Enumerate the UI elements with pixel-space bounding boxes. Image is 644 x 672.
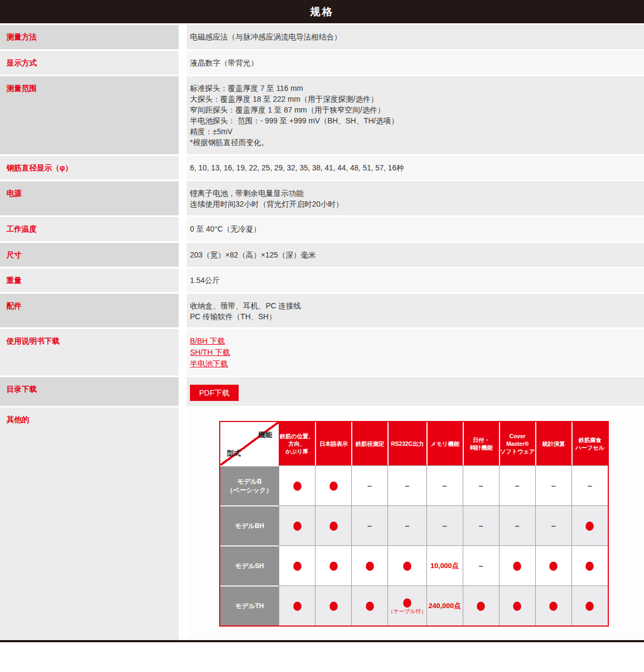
- spec-value-line: 锂离子电池，带剩余电量显示功能: [190, 188, 638, 199]
- spec-row-label: 其他的: [0, 407, 179, 640]
- spec-row-label: 测量范围: [0, 76, 179, 154]
- download-link[interactable]: B/BH 下载: [190, 335, 225, 347]
- feature-cell: [279, 545, 315, 585]
- model-row-label: モデルTH: [220, 585, 279, 625]
- feature-cell: （ケーブル付）: [387, 585, 426, 625]
- feature-cell: 240,000点: [426, 585, 463, 625]
- spec-value-line: 连续使用时间32小时（背光灯开启时20小时）: [190, 199, 638, 209]
- matrix-row: モデルBH––––––: [220, 505, 608, 545]
- feature-column-header: 統計演算: [535, 422, 571, 465]
- download-link[interactable]: SH/TH 下载: [190, 347, 230, 358]
- spec-page: 规格 测量方法电磁感应法（与脉冲感应涡流电导法相结合）显示方式液晶数字（带背光）…: [0, 0, 644, 642]
- feature-dot-icon: [403, 598, 411, 608]
- spec-value-line: 液晶数字（带背光）: [190, 57, 638, 68]
- feature-cell: [571, 585, 608, 625]
- spec-value-line: 电磁感应法（与脉冲感应涡流电导法相结合）: [190, 31, 638, 42]
- feature-column-header: Cover Master®ソフトウェア: [499, 422, 535, 465]
- feature-dot-icon: [549, 562, 557, 571]
- page-title: 规格: [310, 5, 334, 19]
- feature-dot-icon: [513, 602, 521, 611]
- feature-cell: –: [499, 465, 535, 505]
- spec-row: 钢筋直径显示（φ）6, 10, 13, 16, 19, 22, 25, 29, …: [0, 156, 644, 180]
- feature-dot-icon: [293, 482, 301, 491]
- pdf-download-button[interactable]: PDF下载: [190, 385, 239, 401]
- spec-row-value: B/BH 下载SH/TH 下载半电池下载: [187, 329, 644, 375]
- feature-cell: [387, 545, 426, 585]
- spec-row-label: 使用说明书下载: [0, 329, 179, 375]
- model-row-label: モデルB（ベーシック）: [220, 465, 279, 505]
- feature-cell: [279, 465, 315, 505]
- feature-column-header: 日本語表示: [315, 422, 351, 465]
- spec-row: 使用说明书下载B/BH 下载SH/TH 下载半电池下载: [0, 329, 644, 375]
- spec-row-value: 收纳盒、颈带、耳机、PC 连接线PC 传输软件（TH、SH）: [187, 294, 644, 327]
- feature-cell: 10,000点: [426, 545, 463, 585]
- feature-dash: –: [405, 521, 409, 530]
- feature-cell-value: 10,000点: [430, 562, 459, 570]
- feature-cell: –: [387, 505, 426, 545]
- spec-row: 测量范围标准探头：覆盖厚度 7 至 116 mm大探头：覆盖厚度 18 至 22…: [0, 76, 644, 154]
- spec-row: 尺寸203（宽）×82（高）×125（深）毫米: [0, 243, 644, 267]
- feature-dash: –: [405, 481, 409, 490]
- spec-row-label: 工作温度: [0, 217, 179, 241]
- spec-row-value: 機能型式鉄筋の位置、方向、かぶり厚日本語表示鉄筋径測定RS232C出力メモリ機能…: [187, 407, 644, 640]
- feature-cell: –: [351, 465, 387, 505]
- spec-row-label: 测量方法: [0, 25, 179, 49]
- feature-cell: –: [463, 465, 499, 505]
- feature-dash: –: [367, 481, 372, 490]
- spec-row-label: 配件: [0, 294, 179, 327]
- feature-cell: –: [426, 465, 463, 505]
- feature-column-header: RS232C出力: [387, 422, 426, 465]
- spec-row-value: PDF下载: [187, 377, 644, 406]
- feature-dash: –: [479, 481, 483, 490]
- spec-row-value: 液晶数字（带背光）: [187, 51, 644, 75]
- matrix-row: モデルB（ベーシック）–––––––: [220, 465, 608, 505]
- spec-value-line: 0 至 40°C（无冷凝）: [190, 223, 638, 234]
- spec-row: 测量方法电磁感应法（与脉冲感应涡流电导法相结合）: [0, 25, 644, 49]
- spec-row-label: 尺寸: [0, 243, 179, 267]
- feature-dash: –: [367, 521, 372, 530]
- spec-row: 配件收纳盒、颈带、耳机、PC 连接线PC 传输软件（TH、SH）: [0, 294, 644, 327]
- download-link[interactable]: 半电池下载: [190, 358, 228, 370]
- spec-row-label: 电源: [0, 181, 179, 215]
- spec-value-line: 1.54公斤: [190, 275, 638, 286]
- feature-cell: [351, 585, 387, 625]
- spec-row: 其他的機能型式鉄筋の位置、方向、かぶり厚日本語表示鉄筋径測定RS232C出力メモ…: [0, 407, 644, 640]
- spec-row-value: 0 至 40°C（无冷凝）: [187, 217, 644, 241]
- feature-cell: –: [535, 505, 571, 545]
- feature-dot-icon: [330, 562, 338, 571]
- feature-cell: [463, 585, 499, 625]
- feature-cell: [351, 545, 387, 585]
- feature-dot-icon: [330, 522, 338, 531]
- feature-cell: –: [571, 465, 608, 505]
- model-row-label: モデルBH: [220, 505, 279, 545]
- feature-dot-icon: [586, 602, 594, 611]
- spec-value-line: 203（宽）×82（高）×125（深）毫米: [190, 249, 638, 260]
- feature-dot-icon: [549, 602, 557, 611]
- feature-cell: [571, 545, 608, 585]
- feature-cell: [315, 505, 351, 545]
- corner-function-label: 機能: [258, 430, 272, 440]
- feature-cell: –: [535, 465, 571, 505]
- feature-dash: –: [515, 521, 520, 530]
- corner-model-label: 型式: [227, 448, 241, 459]
- feature-cell: [279, 585, 315, 625]
- feature-cell: [499, 585, 535, 625]
- feature-dot-icon: [293, 562, 301, 571]
- feature-column-header: 鉄筋径測定: [351, 422, 387, 465]
- feature-dot-icon: [586, 522, 594, 531]
- feature-matrix: 機能型式鉄筋の位置、方向、かぶり厚日本語表示鉄筋径測定RS232C出力メモリ機能…: [219, 421, 638, 627]
- spec-value-line: 大探头：覆盖厚度 18 至 222 mm（用于深度探测/选件）: [190, 94, 638, 104]
- spec-row-value: 锂离子电池，带剩余电量显示功能连续使用时间32小时（背光灯开启时20小时）: [187, 181, 644, 215]
- feature-dot-icon: [366, 602, 374, 611]
- feature-cell: –: [499, 505, 535, 545]
- feature-column-header: 鉄筋の位置、方向、かぶり厚: [279, 422, 315, 465]
- spec-row-label: 目录下载: [0, 377, 179, 406]
- feature-cell: [279, 505, 315, 545]
- feature-dash: –: [479, 521, 483, 530]
- feature-dot-icon: [513, 562, 521, 571]
- spec-value-line: 窄间距探头：覆盖厚度 1 至 87 mm（用于狭窄空间/选件）: [190, 104, 638, 115]
- matrix-corner-cell: 機能型式: [220, 422, 279, 465]
- bottom-divider: [0, 640, 644, 642]
- feature-matrix-table: 機能型式鉄筋の位置、方向、かぶり厚日本語表示鉄筋径測定RS232C出力メモリ機能…: [219, 421, 609, 627]
- spec-row-value: 电磁感应法（与脉冲感应涡流电导法相结合）: [187, 25, 644, 49]
